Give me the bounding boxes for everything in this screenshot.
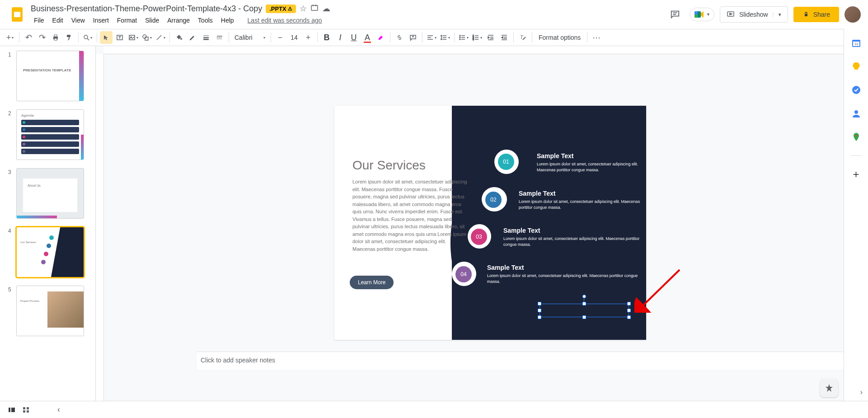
comment-button[interactable] <box>407 31 419 44</box>
indent-decrease-button[interactable] <box>484 31 497 44</box>
service-item-2[interactable]: Sample TextLorem ipsum dolor sit amet, c… <box>519 190 646 210</box>
italic-button[interactable]: I <box>334 31 347 44</box>
menu-format[interactable]: Format <box>114 15 140 26</box>
service-circle-3[interactable]: 03 <box>471 229 487 245</box>
new-slide-button[interactable]: + <box>4 31 16 44</box>
slide-body-text[interactable]: Lorem ipsum dolor sit amet, consectetuer… <box>352 178 470 253</box>
account-avatar[interactable] <box>845 6 861 23</box>
share-button[interactable]: Share <box>793 7 839 22</box>
link-button[interactable] <box>393 31 406 44</box>
vertical-ruler[interactable] <box>96 54 104 407</box>
keep-icon[interactable] <box>851 61 861 71</box>
format-options-button[interactable]: Format options <box>535 34 584 41</box>
tasks-icon[interactable] <box>851 85 861 95</box>
slide-thumbnail-3[interactable]: About Us <box>16 168 84 219</box>
selection-handle[interactable] <box>627 302 631 305</box>
menu-help[interactable]: Help <box>218 15 237 26</box>
filmstrip[interactable]: 1 PRESENTATION TEMPLATE 2 Agenda 3 About… <box>0 46 96 407</box>
pptx-badge[interactable]: .PPTX ⚠ <box>266 5 296 13</box>
slide-thumbnail-2[interactable]: Agenda <box>16 109 84 160</box>
slides-logo[interactable] <box>7 5 27 24</box>
numbered-list-button[interactable]: 123 <box>471 31 483 44</box>
selection-handle[interactable] <box>627 309 631 312</box>
align-button[interactable] <box>425 31 438 44</box>
learn-more-button[interactable]: Learn More <box>350 276 394 289</box>
selection-handle[interactable] <box>538 302 541 305</box>
menu-arrange[interactable]: Arrange <box>164 15 193 26</box>
line-spacing-button[interactable] <box>439 31 451 44</box>
border-color-button[interactable] <box>186 31 199 44</box>
slide-thumbnail-4[interactable]: Our Services <box>16 227 84 277</box>
border-weight-button[interactable] <box>200 31 212 44</box>
document-title[interactable]: Business-Presentation-Theme-PowerPoint-T… <box>31 4 262 14</box>
side-panel-collapse-icon[interactable]: › <box>860 388 863 396</box>
text-color-button[interactable]: A <box>361 31 374 44</box>
calendar-icon[interactable]: 31 <box>851 38 861 48</box>
filmstrip-view-icon[interactable] <box>5 403 19 417</box>
textbox-tool[interactable] <box>113 31 126 44</box>
svg-rect-8 <box>694 14 698 18</box>
add-addon-icon[interactable]: + <box>851 169 861 179</box>
line-tool[interactable] <box>154 31 167 44</box>
selection-handle[interactable] <box>538 309 541 312</box>
highlight-button[interactable] <box>375 31 387 44</box>
slide-title[interactable]: Our Services <box>352 158 426 173</box>
slide-thumbnail-1[interactable]: PRESENTATION TEMPLATE <box>16 51 84 101</box>
menu-insert[interactable]: Insert <box>90 15 112 26</box>
select-tool[interactable] <box>100 31 113 44</box>
menu-file[interactable]: File <box>31 15 47 26</box>
bullet-list-button[interactable] <box>457 31 470 44</box>
slideshow-button[interactable]: Slideshow ▼ <box>720 6 788 23</box>
more-tools-button[interactable]: ⋯ <box>590 31 603 44</box>
shape-tool[interactable] <box>141 31 153 44</box>
service-circle-2[interactable]: 02 <box>485 192 502 208</box>
grid-view-icon[interactable] <box>19 403 33 417</box>
menu-view[interactable]: View <box>68 15 88 26</box>
slide-canvas[interactable]: Our Services Lorem ipsum dolor sit amet,… <box>334 106 646 340</box>
cloud-status-icon[interactable]: ☁ <box>322 4 330 14</box>
service-item-3[interactable]: Sample TextLorem ipsum dolor sit amet, c… <box>503 227 646 247</box>
selection-handle[interactable] <box>582 302 586 305</box>
explore-button[interactable] <box>820 379 838 397</box>
menu-tools[interactable]: Tools <box>195 15 216 26</box>
service-circle-4[interactable]: 04 <box>455 266 472 282</box>
last-edit-link[interactable]: Last edit was seconds ago <box>244 15 325 26</box>
underline-button[interactable]: U <box>347 31 360 44</box>
undo-button[interactable]: ↶ <box>22 31 35 44</box>
zoom-button[interactable] <box>81 31 94 44</box>
menu-edit[interactable]: Edit <box>49 15 66 26</box>
bold-button[interactable]: B <box>320 31 333 44</box>
fill-color-button[interactable] <box>173 31 185 44</box>
slide-thumbnail-5[interactable]: Project Process <box>16 286 84 336</box>
indent-increase-button[interactable] <box>498 31 511 44</box>
paint-format-button[interactable] <box>63 31 75 44</box>
move-icon[interactable] <box>310 4 319 14</box>
star-icon[interactable]: ☆ <box>300 4 307 14</box>
service-item-1[interactable]: Sample TextLorem ipsum dolor sit amet, c… <box>537 152 646 173</box>
font-family-select[interactable]: Calibri <box>232 31 268 44</box>
print-button[interactable] <box>49 31 62 44</box>
redo-button[interactable]: ↷ <box>36 31 48 44</box>
selection-handle[interactable] <box>582 315 586 319</box>
meet-button[interactable]: ▼ <box>690 8 714 21</box>
selection-handle[interactable] <box>538 315 541 319</box>
font-size-decrease[interactable]: − <box>274 31 286 44</box>
canvas-area[interactable]: Our Services Lorem ipsum dolor sit amet,… <box>96 46 868 407</box>
font-size-input[interactable] <box>287 34 301 41</box>
rotate-handle[interactable] <box>582 295 586 298</box>
contacts-icon[interactable] <box>851 108 861 118</box>
comments-icon[interactable] <box>666 5 684 23</box>
service-circle-1[interactable]: 01 <box>498 154 514 170</box>
menu-slide[interactable]: Slide <box>142 15 162 26</box>
image-tool[interactable] <box>127 31 140 44</box>
horizontal-ruler[interactable] <box>104 46 868 54</box>
clear-format-button[interactable]: T <box>516 31 529 44</box>
font-size-increase[interactable]: + <box>302 31 314 44</box>
maps-icon[interactable] <box>851 132 861 142</box>
border-dash-button[interactable] <box>213 31 226 44</box>
selection-handle[interactable] <box>627 315 631 319</box>
filmstrip-collapse-icon[interactable]: ‹ <box>52 403 66 417</box>
speaker-notes[interactable]: Click to add speaker notes <box>197 352 863 370</box>
service-item-4[interactable]: Sample TextLorem ipsum dolor sit amet, c… <box>487 264 646 284</box>
slideshow-dropdown[interactable]: ▼ <box>773 12 787 17</box>
